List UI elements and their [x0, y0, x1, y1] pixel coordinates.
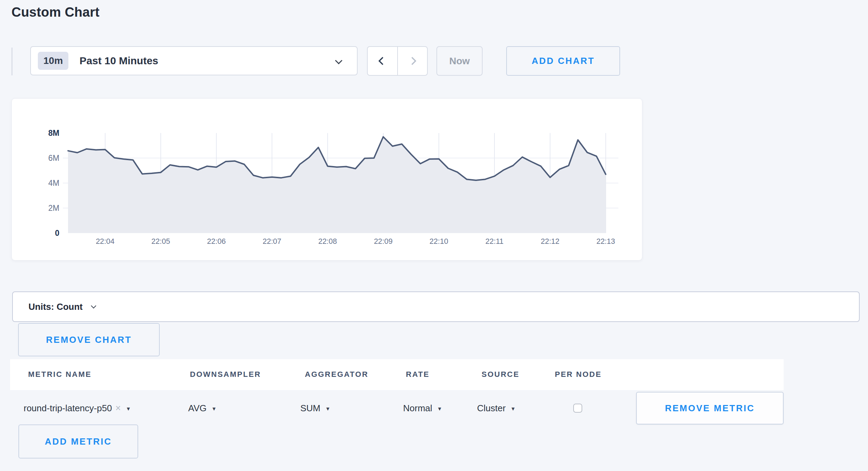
units-label: Units: Count	[28, 301, 83, 312]
column-header-per-node: PER NODE	[555, 370, 602, 379]
x-tick-label: 22:04	[96, 237, 115, 246]
aggregator-select[interactable]: SUM ▼	[300, 402, 331, 415]
chevron-right-icon	[408, 57, 417, 65]
chevron-left-icon	[378, 57, 386, 65]
series-area	[68, 137, 606, 233]
column-header-metric-name: METRIC NAME	[28, 370, 92, 379]
rate-select[interactable]: Normal ▼	[403, 402, 442, 415]
x-tick-label: 22:10	[429, 237, 448, 246]
per-node-checkbox[interactable]	[573, 404, 582, 413]
caret-down-icon: ▼	[437, 405, 442, 412]
y-tick-label: 6M	[48, 154, 59, 163]
aggregator-value: SUM	[300, 403, 320, 414]
caret-down-icon: ▼	[510, 405, 516, 412]
source-select[interactable]: Cluster ▼	[477, 402, 516, 415]
downsampler-select[interactable]: AVG ▼	[188, 402, 217, 415]
metrics-table-header: METRIC NAME DOWNSAMPLER AGGREGATOR RATE …	[10, 359, 784, 390]
y-tick-label: 0	[55, 229, 59, 238]
y-tick-label: 4M	[48, 179, 59, 188]
caret-down-icon: ▼	[126, 405, 131, 412]
column-header-downsampler: DOWNSAMPLER	[190, 370, 261, 379]
x-tick-label: 22:12	[541, 237, 559, 246]
column-header-aggregator: AGGREGATOR	[305, 370, 368, 379]
page-title: Custom Chart	[11, 5, 100, 20]
x-tick-label: 22:05	[151, 237, 170, 246]
remove-metric-button[interactable]: REMOVE METRIC	[636, 392, 784, 424]
source-value: Cluster	[477, 403, 506, 414]
y-tick-label: 8M	[48, 129, 59, 138]
chevron-down-icon	[91, 303, 97, 308]
metric-name-select[interactable]: round-trip-latency-p50 × ▼	[24, 402, 131, 415]
caret-down-icon: ▼	[211, 405, 217, 412]
time-nav-group	[367, 46, 428, 76]
toolbar-divider	[11, 48, 12, 75]
timeseries-area-chart: 02M4M6M8M22:0422:0522:0622:0722:0822:092…	[12, 99, 642, 260]
chart-card: 02M4M6M8M22:0422:0522:0622:0722:0822:092…	[11, 98, 642, 261]
metric-name-value: round-trip-latency-p50	[24, 403, 112, 414]
clear-metric-icon[interactable]: ×	[115, 403, 121, 414]
time-range-dropdown[interactable]: 10m Past 10 Minutes	[30, 46, 358, 75]
x-tick-label: 22:11	[485, 237, 503, 246]
time-range-label: Past 10 Minutes	[80, 55, 158, 67]
downsampler-value: AVG	[188, 403, 207, 414]
chevron-down-icon	[335, 57, 342, 64]
remove-chart-button[interactable]: REMOVE CHART	[18, 323, 160, 356]
add-metric-button[interactable]: ADD METRIC	[18, 424, 138, 458]
x-tick-label: 22:06	[207, 237, 226, 246]
x-tick-label: 22:13	[596, 237, 615, 246]
column-header-rate: RATE	[406, 370, 429, 379]
time-range-badge: 10m	[38, 52, 68, 70]
add-chart-button[interactable]: ADD CHART	[506, 46, 620, 76]
x-tick-label: 22:08	[318, 237, 337, 246]
rate-value: Normal	[403, 403, 432, 414]
caret-down-icon: ▼	[325, 405, 331, 412]
units-dropdown[interactable]: Units: Count	[12, 291, 860, 322]
time-forward-button[interactable]	[398, 47, 427, 75]
x-tick-label: 22:07	[262, 237, 281, 246]
x-tick-label: 22:09	[374, 237, 393, 246]
y-tick-label: 2M	[48, 204, 59, 213]
time-back-button[interactable]	[368, 47, 397, 75]
now-button[interactable]: Now	[436, 46, 483, 76]
column-header-source: SOURCE	[482, 370, 519, 379]
